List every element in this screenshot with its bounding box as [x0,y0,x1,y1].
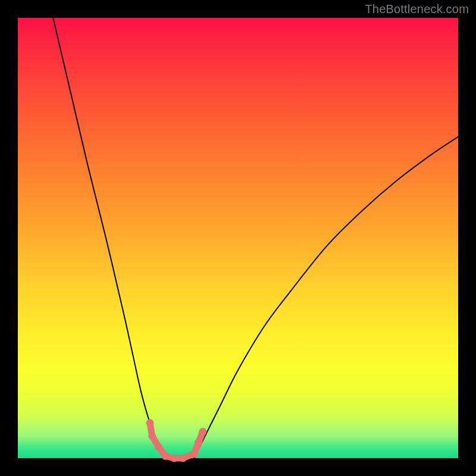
optimal-marker [179,455,187,462]
chart-svg [18,18,458,458]
watermark-text: TheBottleneck.com [365,2,469,16]
optimal-marker [195,439,202,447]
curve-left-branch [53,18,163,458]
plot-area [18,18,458,458]
optimal-marker [199,428,206,436]
optimal-marker [146,419,154,427]
optimal-marker [170,455,178,462]
optimal-marker [161,452,169,460]
chart-frame: TheBottleneck.com [0,0,476,476]
optimal-marker [148,433,156,440]
curve-right-branch [194,137,458,458]
optimal-marker [190,450,198,458]
optimal-marker [155,443,162,451]
